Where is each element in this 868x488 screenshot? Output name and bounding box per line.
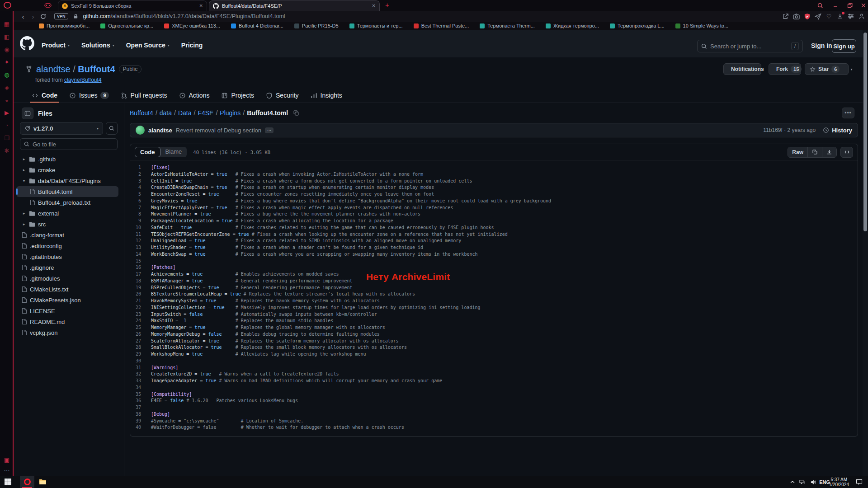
commit-sha-time[interactable]: 11b169f · 2 years ago — [763, 127, 816, 133]
forward-icon[interactable]: › — [28, 12, 38, 20]
line-number[interactable]: 30 — [130, 358, 151, 365]
copy-file-button[interactable] — [807, 147, 822, 157]
bookmark-item[interactable]: Жидкая термопро... — [546, 23, 599, 28]
bookmark-item[interactable]: Buffout 4 Dictionar... — [231, 23, 283, 28]
avatar[interactable] — [136, 126, 145, 135]
share-page-icon[interactable] — [782, 13, 789, 20]
commit-message[interactable]: Revert removal of Debug section — [176, 127, 261, 134]
line-number[interactable]: 12 — [130, 238, 151, 244]
breadcrumb-link[interactable]: Plugins — [220, 109, 241, 117]
tree-item--gitignore[interactable]: .gitignore — [16, 262, 118, 273]
line-number[interactable]: 2 — [130, 171, 151, 178]
collapse-sidebar-button[interactable] — [22, 108, 33, 119]
speed-dial-icon[interactable]: ▦ — [3, 20, 11, 28]
code-view[interactable]: 1[Fixes]2ActorIsHostileToActor = true # … — [130, 160, 858, 431]
line-number[interactable]: 25 — [130, 324, 151, 331]
sidebar-divider[interactable] — [124, 103, 124, 476]
tree-item--github[interactable]: ▸.github — [16, 154, 118, 164]
line-number[interactable]: 20 — [130, 291, 151, 298]
language-indicator[interactable]: ENG — [819, 476, 830, 488]
line-number[interactable]: 15 — [130, 258, 151, 265]
tree-item-buffout4-preload-txt[interactable]: Buffout4_preload.txt — [16, 197, 118, 208]
lock-icon[interactable] — [72, 13, 80, 20]
vpn-badge[interactable]: VPN — [54, 13, 68, 19]
bookmark-item[interactable]: Противомикробн... — [39, 23, 90, 28]
tree-item-vcpkg-json[interactable]: vcpkg.json — [16, 327, 118, 338]
tree-item-buffout4-toml[interactable]: Buffout4.toml — [16, 186, 118, 197]
tree-item-external[interactable]: ▸external — [16, 208, 118, 219]
reload-icon[interactable] — [38, 12, 48, 20]
new-tab-button[interactable]: + — [385, 1, 389, 9]
gx-cleaner-icon[interactable]: ▣ — [3, 455, 11, 464]
line-number[interactable]: 11 — [130, 231, 151, 238]
branch-selector[interactable]: v1.27.0 ▾ — [20, 122, 103, 135]
star-dropdown[interactable]: ▾ — [847, 64, 855, 75]
window-minimize-icon[interactable] — [832, 2, 839, 9]
line-number[interactable]: 39 — [130, 418, 151, 425]
line-number[interactable]: 17 — [130, 271, 151, 278]
tree-item-data-data-f4se-plugins[interactable]: ▾data/Data/F4SE/Plugins — [16, 175, 118, 186]
tree-search-button[interactable] — [106, 122, 118, 135]
bookmark-item[interactable]: Термопрокладка L... — [610, 23, 665, 28]
star-button[interactable]: Star 6 ▾ — [805, 63, 849, 75]
tab-security[interactable]: Security — [262, 89, 302, 102]
adblock-shield-icon[interactable] — [803, 13, 811, 20]
tree-item--clang-format[interactable]: .clang-format — [16, 230, 118, 240]
line-number[interactable]: 1 — [130, 164, 151, 171]
line-number[interactable]: 31 — [130, 365, 151, 371]
gx-control-icon[interactable] — [44, 2, 52, 8]
breadcrumb-link[interactable]: F4SE — [198, 109, 213, 117]
tree-item--gitmodules[interactable]: .gitmodules — [16, 273, 118, 284]
sign-in-link[interactable]: Sign in — [811, 42, 832, 49]
repo-owner-link[interactable]: alandtse — [36, 64, 71, 74]
breadcrumb-link[interactable]: data — [160, 109, 172, 117]
tree-item--editorconfig[interactable]: .editorconfig — [16, 240, 118, 251]
window-restore-icon[interactable] — [846, 2, 854, 9]
github-logo[interactable] — [20, 36, 34, 51]
sign-up-button[interactable]: Sign up — [832, 39, 856, 53]
tab-projects[interactable]: Projects — [217, 89, 258, 102]
telegram-icon[interactable]: ◈ — [3, 83, 11, 91]
line-number[interactable]: 36 — [130, 398, 151, 404]
line-number[interactable]: 21 — [130, 298, 151, 305]
history-button[interactable]: History — [823, 127, 852, 134]
settings-icon[interactable]: ✱ — [3, 146, 11, 155]
url-text[interactable]: github.com/alandtse/Buffout4/blob/v1.27.… — [83, 13, 285, 19]
tree-item--gitattributes[interactable]: .gitattributes — [16, 251, 118, 262]
commit-author[interactable]: alandtse — [148, 127, 172, 134]
line-number[interactable]: 37 — [130, 404, 151, 411]
line-number[interactable]: 35 — [130, 391, 151, 398]
player-icon[interactable]: ▶ — [3, 108, 11, 117]
tab-code[interactable]: Code — [135, 147, 160, 157]
line-number[interactable]: 24 — [130, 318, 151, 324]
raw-button[interactable]: Raw — [788, 147, 807, 157]
tab-close-icon[interactable]: ✕ — [372, 4, 376, 8]
copy-path-icon[interactable] — [293, 110, 299, 116]
line-number[interactable]: 4 — [130, 184, 151, 191]
repo-name-link[interactable]: Buffout4 — [78, 64, 115, 74]
back-icon[interactable]: ‹ — [18, 12, 28, 20]
line-number[interactable]: 34 — [130, 385, 151, 391]
window-close-icon[interactable] — [860, 2, 867, 9]
nav-item-solutions[interactable]: Solutions▾ — [81, 42, 114, 49]
twitch-icon[interactable]: ◧ — [3, 33, 11, 41]
line-number[interactable]: 13 — [130, 244, 151, 251]
bookmark-item[interactable]: Best Thermal Paste... — [414, 23, 469, 28]
line-number[interactable]: 29 — [130, 351, 151, 358]
notifications-button[interactable]: Notifications — [723, 63, 761, 75]
browser-tab-1[interactable]: A SexFall 9 Большая сборка ✕ — [58, 0, 207, 11]
discord-icon[interactable]: ✦ — [3, 58, 11, 66]
github-search-box[interactable]: Search or jump to... / — [697, 40, 803, 52]
browser-tab-2-active[interactable]: Buffout4/data/Data/F4SE/P ✕ — [209, 0, 380, 11]
line-number[interactable]: 22 — [130, 305, 151, 311]
bookmark-item[interactable]: Термопаста Therm... — [480, 23, 535, 28]
profile-icon[interactable] — [858, 13, 865, 20]
line-number[interactable]: 9 — [130, 218, 151, 225]
bookmark-item[interactable]: 10 Simple Ways to... — [675, 23, 728, 28]
tab-insights[interactable]: Insights — [307, 89, 346, 102]
download-file-button[interactable] — [822, 147, 836, 157]
line-number[interactable]: 19 — [130, 285, 151, 291]
nav-item-pricing[interactable]: Pricing — [181, 42, 203, 49]
favorites-heart-icon[interactable]: ♡ — [825, 13, 833, 20]
tree-item-cmakepresets-json[interactable]: CMakePresets.json — [16, 295, 118, 305]
